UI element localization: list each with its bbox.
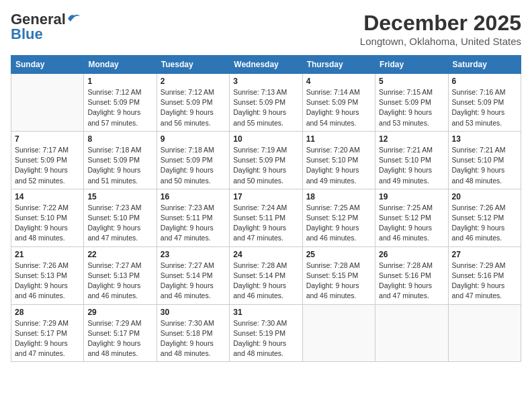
day-info: Sunrise: 7:29 AMSunset: 5:17 PMDaylight:… <box>87 318 152 359</box>
day-info: Sunrise: 7:27 AMSunset: 5:14 PMDaylight:… <box>161 261 226 302</box>
day-info: Sunrise: 7:28 AMSunset: 5:16 PMDaylight:… <box>379 261 444 302</box>
day-info: Sunrise: 7:25 AMSunset: 5:12 PMDaylight:… <box>379 203 444 244</box>
day-info: Sunrise: 7:16 AMSunset: 5:09 PMDaylight:… <box>452 87 517 128</box>
day-info: Sunrise: 7:18 AMSunset: 5:09 PMDaylight:… <box>87 145 152 186</box>
calendar-cell: 12Sunrise: 7:21 AMSunset: 5:10 PMDayligh… <box>375 131 448 189</box>
day-number: 19 <box>379 192 444 201</box>
day-number: 29 <box>87 308 152 317</box>
day-info: Sunrise: 7:13 AMSunset: 5:09 PMDaylight:… <box>233 87 298 128</box>
location: Longtown, Oklahoma, United States <box>360 36 521 47</box>
calendar-cell: 26Sunrise: 7:28 AMSunset: 5:16 PMDayligh… <box>375 246 448 304</box>
calendar-cell: 11Sunrise: 7:20 AMSunset: 5:10 PMDayligh… <box>302 131 375 189</box>
calendar-cell: 10Sunrise: 7:19 AMSunset: 5:09 PMDayligh… <box>230 131 302 189</box>
calendar-cell: 29Sunrise: 7:29 AMSunset: 5:17 PMDayligh… <box>84 304 157 362</box>
calendar-week-3: 14Sunrise: 7:22 AMSunset: 5:10 PMDayligh… <box>11 189 521 246</box>
calendar-cell <box>11 74 84 132</box>
calendar-cell: 6Sunrise: 7:16 AMSunset: 5:09 PMDaylight… <box>448 74 521 132</box>
day-info: Sunrise: 7:15 AMSunset: 5:09 PMDaylight:… <box>379 87 444 128</box>
day-info: Sunrise: 7:12 AMSunset: 5:09 PMDaylight:… <box>161 87 226 128</box>
calendar-table: SundayMondayTuesdayWednesdayThursdayFrid… <box>11 55 521 362</box>
weekday-header-row: SundayMondayTuesdayWednesdayThursdayFrid… <box>11 56 521 74</box>
month-title: December 2025 <box>360 11 521 36</box>
day-info: Sunrise: 7:21 AMSunset: 5:10 PMDaylight:… <box>452 145 517 186</box>
day-info: Sunrise: 7:28 AMSunset: 5:15 PMDaylight:… <box>306 261 371 302</box>
calendar-cell: 1Sunrise: 7:12 AMSunset: 5:09 PMDaylight… <box>84 74 157 132</box>
page-header: General Blue December 2025 Longtown, Okl… <box>11 11 521 47</box>
day-info: Sunrise: 7:21 AMSunset: 5:10 PMDaylight:… <box>379 145 444 186</box>
day-info: Sunrise: 7:17 AMSunset: 5:09 PMDaylight:… <box>15 145 80 186</box>
calendar-cell: 17Sunrise: 7:24 AMSunset: 5:11 PMDayligh… <box>230 189 302 246</box>
day-info: Sunrise: 7:14 AMSunset: 5:09 PMDaylight:… <box>306 87 371 128</box>
calendar-cell: 21Sunrise: 7:26 AMSunset: 5:13 PMDayligh… <box>11 246 84 304</box>
day-number: 8 <box>87 134 152 144</box>
calendar-cell: 14Sunrise: 7:22 AMSunset: 5:10 PMDayligh… <box>11 189 84 246</box>
day-info: Sunrise: 7:30 AMSunset: 5:18 PMDaylight:… <box>161 318 226 359</box>
logo: General Blue <box>11 11 81 43</box>
calendar-cell: 2Sunrise: 7:12 AMSunset: 5:09 PMDaylight… <box>157 74 229 132</box>
calendar-cell: 3Sunrise: 7:13 AMSunset: 5:09 PMDaylight… <box>230 74 302 132</box>
day-number: 15 <box>87 192 152 201</box>
day-info: Sunrise: 7:18 AMSunset: 5:09 PMDaylight:… <box>161 145 226 186</box>
day-number: 3 <box>233 77 298 86</box>
day-info: Sunrise: 7:27 AMSunset: 5:13 PMDaylight:… <box>87 261 152 302</box>
day-number: 1 <box>87 77 152 86</box>
logo-text-blue: Blue <box>11 26 43 43</box>
calendar-cell: 25Sunrise: 7:28 AMSunset: 5:15 PMDayligh… <box>302 246 375 304</box>
day-info: Sunrise: 7:25 AMSunset: 5:12 PMDaylight:… <box>306 203 371 244</box>
day-number: 25 <box>306 250 371 259</box>
day-number: 6 <box>452 77 517 86</box>
day-number: 12 <box>379 134 444 144</box>
day-number: 24 <box>233 250 298 259</box>
day-info: Sunrise: 7:23 AMSunset: 5:10 PMDaylight:… <box>87 203 152 244</box>
calendar-cell: 31Sunrise: 7:30 AMSunset: 5:19 PMDayligh… <box>230 304 302 362</box>
logo-bird-icon <box>66 12 81 24</box>
calendar-week-4: 21Sunrise: 7:26 AMSunset: 5:13 PMDayligh… <box>11 246 521 304</box>
weekday-header-wednesday: Wednesday <box>230 56 302 74</box>
day-info: Sunrise: 7:12 AMSunset: 5:09 PMDaylight:… <box>87 87 152 128</box>
weekday-header-saturday: Saturday <box>448 56 521 74</box>
calendar-cell: 19Sunrise: 7:25 AMSunset: 5:12 PMDayligh… <box>375 189 448 246</box>
day-number: 5 <box>379 77 444 86</box>
day-number: 13 <box>452 134 517 144</box>
day-number: 22 <box>87 250 152 259</box>
calendar-cell: 13Sunrise: 7:21 AMSunset: 5:10 PMDayligh… <box>448 131 521 189</box>
calendar-cell <box>375 304 448 362</box>
day-info: Sunrise: 7:20 AMSunset: 5:10 PMDaylight:… <box>306 145 371 186</box>
day-number: 23 <box>161 250 226 259</box>
day-number: 11 <box>306 134 371 144</box>
calendar-week-2: 7Sunrise: 7:17 AMSunset: 5:09 PMDaylight… <box>11 131 521 189</box>
calendar-cell: 7Sunrise: 7:17 AMSunset: 5:09 PMDaylight… <box>11 131 84 189</box>
day-info: Sunrise: 7:30 AMSunset: 5:19 PMDaylight:… <box>233 318 298 359</box>
calendar-cell: 8Sunrise: 7:18 AMSunset: 5:09 PMDaylight… <box>84 131 157 189</box>
day-number: 17 <box>233 192 298 201</box>
day-info: Sunrise: 7:29 AMSunset: 5:17 PMDaylight:… <box>15 318 80 359</box>
day-number: 16 <box>161 192 226 201</box>
day-number: 21 <box>15 250 80 259</box>
calendar-cell: 9Sunrise: 7:18 AMSunset: 5:09 PMDaylight… <box>157 131 229 189</box>
day-number: 28 <box>15 308 80 317</box>
calendar-week-1: 1Sunrise: 7:12 AMSunset: 5:09 PMDaylight… <box>11 74 521 132</box>
day-info: Sunrise: 7:26 AMSunset: 5:12 PMDaylight:… <box>452 203 517 244</box>
day-info: Sunrise: 7:19 AMSunset: 5:09 PMDaylight:… <box>233 145 298 186</box>
calendar-cell: 28Sunrise: 7:29 AMSunset: 5:17 PMDayligh… <box>11 304 84 362</box>
calendar-week-5: 28Sunrise: 7:29 AMSunset: 5:17 PMDayligh… <box>11 304 521 362</box>
day-number: 27 <box>452 250 517 259</box>
weekday-header-friday: Friday <box>375 56 448 74</box>
calendar-cell <box>302 304 375 362</box>
calendar-cell: 27Sunrise: 7:29 AMSunset: 5:16 PMDayligh… <box>448 246 521 304</box>
day-number: 7 <box>15 134 80 144</box>
weekday-header-tuesday: Tuesday <box>157 56 229 74</box>
title-block: December 2025 Longtown, Oklahoma, United… <box>360 11 521 47</box>
calendar-cell: 23Sunrise: 7:27 AMSunset: 5:14 PMDayligh… <box>157 246 229 304</box>
day-number: 18 <box>306 192 371 201</box>
calendar-cell: 4Sunrise: 7:14 AMSunset: 5:09 PMDaylight… <box>302 74 375 132</box>
calendar-cell: 5Sunrise: 7:15 AMSunset: 5:09 PMDaylight… <box>375 74 448 132</box>
day-number: 2 <box>161 77 226 86</box>
day-info: Sunrise: 7:24 AMSunset: 5:11 PMDaylight:… <box>233 203 298 244</box>
day-info: Sunrise: 7:26 AMSunset: 5:13 PMDaylight:… <box>15 261 80 302</box>
day-info: Sunrise: 7:28 AMSunset: 5:14 PMDaylight:… <box>233 261 298 302</box>
weekday-header-thursday: Thursday <box>302 56 375 74</box>
calendar-cell: 18Sunrise: 7:25 AMSunset: 5:12 PMDayligh… <box>302 189 375 246</box>
day-number: 31 <box>233 308 298 317</box>
weekday-header-monday: Monday <box>84 56 157 74</box>
